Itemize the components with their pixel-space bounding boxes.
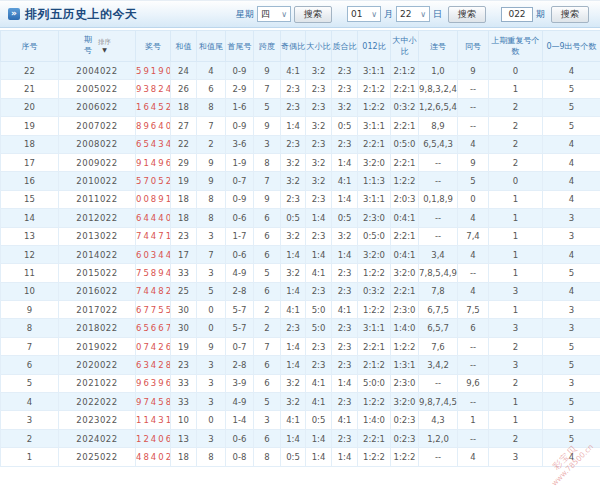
- col-sum: 和值: [171, 31, 197, 62]
- cell-issue: 2019022: [59, 337, 136, 355]
- cell-prev-repeat: 2: [489, 153, 543, 171]
- col-issue: 期号 排序 ▼: [59, 31, 136, 62]
- cell-digit-count: 5: [543, 117, 600, 135]
- cell-big-small: 1:4: [306, 448, 332, 466]
- cell-odd-even: 3:2: [281, 374, 306, 392]
- cell-issue: 2010022: [59, 172, 136, 190]
- cell-consecutive: --: [419, 153, 458, 171]
- cell-serial: 19: [1, 117, 59, 135]
- cell-012-ratio: 1:1:3: [358, 172, 391, 190]
- col-same: 同号: [458, 31, 489, 62]
- cell-sum: 33: [171, 374, 197, 392]
- cell-first-last: 0-7: [226, 172, 254, 190]
- day-select-value: 22: [400, 9, 411, 19]
- month-select[interactable]: 01 ∨: [347, 6, 381, 22]
- cell-span: 8: [254, 153, 281, 171]
- cell-big-mid-small: 0:4:1: [391, 209, 419, 227]
- cell-serial: 1: [1, 448, 59, 466]
- cell-sum: 22: [171, 135, 197, 153]
- weekday-select[interactable]: 四 ∨: [257, 6, 291, 22]
- cell-sum-tail: 7: [197, 117, 226, 135]
- cell-prev-repeat: 1: [489, 411, 543, 429]
- cell-same: --: [458, 356, 489, 374]
- cell-odd-even: 1:4: [281, 356, 306, 374]
- cell-consecutive: --: [419, 209, 458, 227]
- cell-big-mid-small: 2:3:0: [391, 374, 419, 392]
- cell-big-small: 1:4: [306, 209, 332, 227]
- weekday-search-button[interactable]: 搜索: [294, 6, 332, 23]
- cell-digit-count: 4: [543, 153, 600, 171]
- cell-serial: 3: [1, 411, 59, 429]
- cell-span: 2: [254, 319, 281, 337]
- cell-span: 6: [254, 209, 281, 227]
- day-label: 日: [433, 8, 442, 21]
- cell-012-ratio: 1:2:2: [358, 264, 391, 282]
- cell-consecutive: 6,5,7: [419, 319, 458, 337]
- cell-prize: 07426: [136, 337, 171, 355]
- chevron-down-icon: ∨: [281, 10, 287, 19]
- cell-sum-tail: 3: [197, 429, 226, 447]
- table-row: 122014022603441770-661:41:41:43:2:00:4:1…: [1, 245, 600, 263]
- cell-same: --: [458, 80, 489, 98]
- cell-span: 3: [254, 135, 281, 153]
- issue-number-input[interactable]: [501, 7, 533, 22]
- cell-serial: 12: [1, 245, 59, 263]
- cell-prize: 67755: [136, 301, 171, 319]
- cell-digit-count: 3: [543, 209, 600, 227]
- cell-first-last: 2-8: [226, 356, 254, 374]
- cell-consecutive: 6,5,4,3: [419, 135, 458, 153]
- cell-digit-count: 4: [543, 448, 600, 466]
- cell-prize: 57052: [136, 172, 171, 190]
- table-header: 序号 期号 排序 ▼ 奖号 和值 和值尾 首尾号 跨: [1, 31, 600, 62]
- cell-prev-repeat: 2: [489, 117, 543, 135]
- cell-big-small: 2:3: [306, 337, 332, 355]
- cell-prime-composite: 2:3: [332, 282, 358, 300]
- cell-odd-even: 2:3: [281, 135, 306, 153]
- cell-prize: 65667: [136, 319, 171, 337]
- cell-same: --: [458, 393, 489, 411]
- issue-search-button[interactable]: 搜索: [551, 6, 589, 23]
- cell-first-last: 0-9: [226, 117, 254, 135]
- col-sum-tail: 和值尾: [197, 31, 226, 62]
- table-row: 162010022570521990-773:23:24:11:1:31:2:2…: [1, 172, 600, 190]
- cell-big-small: 3:2: [306, 153, 332, 171]
- date-search-button[interactable]: 搜索: [448, 6, 486, 23]
- cell-digit-count: 5: [543, 80, 600, 98]
- cell-sum: 33: [171, 393, 197, 411]
- cell-serial: 18: [1, 135, 59, 153]
- cell-span: 5: [254, 264, 281, 282]
- cell-prev-repeat: 1: [489, 227, 543, 245]
- cell-first-last: 4-9: [226, 393, 254, 411]
- cell-serial: 15: [1, 190, 59, 208]
- cell-prize: 12406: [136, 429, 171, 447]
- cell-big-small: 2:3: [306, 227, 332, 245]
- table-row: 212005022938242662-972:32:32:32:1:22:2:1…: [1, 80, 600, 98]
- chevron-down-icon: ∨: [371, 10, 377, 19]
- cell-sum-tail: 0: [197, 301, 226, 319]
- issue-sort-control[interactable]: 排序 ▼: [98, 39, 111, 53]
- cell-big-mid-small: 0:5:0: [391, 135, 419, 153]
- cell-span: 6: [254, 282, 281, 300]
- cell-digit-count: 4: [543, 135, 600, 153]
- cell-prime-composite: 4:1: [332, 172, 358, 190]
- cell-sum: 18: [171, 190, 197, 208]
- cell-012-ratio: 3:1:1: [358, 117, 391, 135]
- cell-span: 9: [254, 117, 281, 135]
- day-select[interactable]: 22 ∨: [396, 6, 430, 22]
- cell-prev-repeat: 1: [489, 209, 543, 227]
- cell-sum-tail: 0: [197, 319, 226, 337]
- cell-same: --: [458, 117, 489, 135]
- cell-issue: 2009022: [59, 153, 136, 171]
- cell-consecutive: 1,0: [419, 62, 458, 80]
- cell-span: 3: [254, 411, 281, 429]
- cell-digit-count: 4: [543, 245, 600, 263]
- cell-same: 4: [458, 448, 489, 466]
- cell-prev-repeat: 0: [489, 172, 543, 190]
- cell-prize: 48402: [136, 448, 171, 466]
- cell-prime-composite: 2:3: [332, 62, 358, 80]
- cell-012-ratio: 0:5:0: [358, 227, 391, 245]
- table-row: 52021022963963333-963:24:11:45:0:02:3:0-…: [1, 374, 600, 392]
- cell-odd-even: 2:3: [281, 319, 306, 337]
- cell-digit-count: 3: [543, 319, 600, 337]
- cell-prev-repeat: 2: [489, 374, 543, 392]
